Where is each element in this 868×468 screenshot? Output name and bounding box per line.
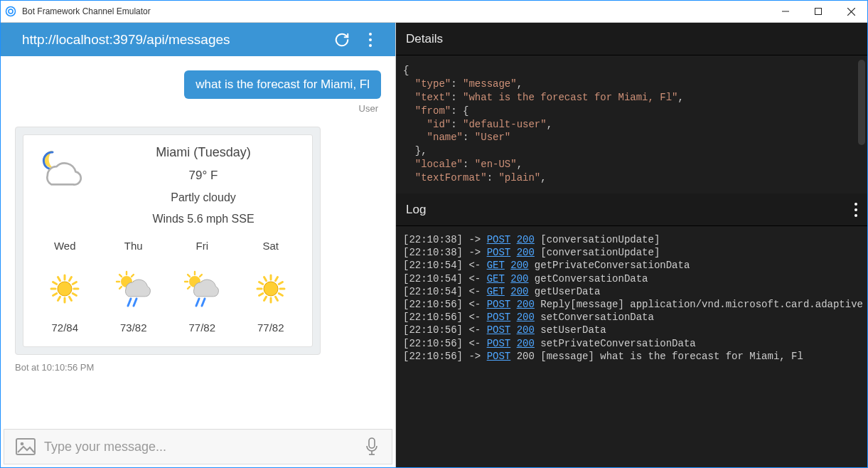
svg-line-9 bbox=[70, 297, 72, 300]
window-title: Bot Framework Channel Emulator bbox=[22, 6, 769, 16]
address-bar: http://localhost:3979/api/messages bbox=[1, 23, 395, 56]
svg-line-49 bbox=[259, 282, 262, 284]
titlebar: Bot Framework Channel Emulator bbox=[1, 1, 867, 23]
log-line[interactable]: [22:10:38] -> POST 200 [conversationUpda… bbox=[403, 246, 860, 259]
forecast-day: Fri77/82 bbox=[173, 240, 230, 334]
attach-image-button[interactable] bbox=[10, 433, 41, 460]
user-sender-label: User bbox=[359, 103, 381, 114]
log-line[interactable]: [22:10:54] <- GET 200 getUserData bbox=[403, 285, 860, 298]
svg-line-23 bbox=[119, 287, 122, 289]
svg-point-41 bbox=[264, 282, 278, 296]
forecast-range: 77/82 bbox=[173, 321, 230, 334]
log-line[interactable]: [22:10:56] <- POST 200 setPrivateConvers… bbox=[403, 337, 860, 350]
svg-line-27 bbox=[132, 275, 134, 277]
svg-line-39 bbox=[196, 299, 199, 306]
minimize-button[interactable] bbox=[769, 1, 802, 23]
more-menu-button[interactable] bbox=[358, 28, 382, 52]
chat-panel: http://localhost:3979/api/messages what … bbox=[1, 23, 396, 467]
log-header: Log bbox=[396, 193, 867, 226]
app-icon bbox=[5, 6, 16, 17]
details-scrollbar[interactable] bbox=[858, 60, 865, 145]
inspector-panel: Details { "type": "message", "text": "wh… bbox=[396, 23, 867, 467]
close-button[interactable] bbox=[835, 1, 867, 23]
svg-point-0 bbox=[6, 7, 16, 16]
svg-line-12 bbox=[53, 294, 57, 296]
weather-condition: Partly cloudy bbox=[102, 191, 305, 204]
forecast-icon bbox=[242, 269, 299, 309]
svg-line-43 bbox=[279, 294, 282, 296]
refresh-button[interactable] bbox=[330, 28, 354, 52]
svg-line-8 bbox=[73, 294, 77, 296]
svg-line-34 bbox=[188, 287, 190, 289]
log-line[interactable]: [22:10:56] <- POST 200 Reply[message] ap… bbox=[403, 298, 860, 311]
svg-line-46 bbox=[264, 297, 266, 300]
svg-line-11 bbox=[58, 297, 60, 300]
user-message-row[interactable]: what is the forecast for Miami, Fl User bbox=[15, 70, 390, 114]
forecast-day-name: Fri bbox=[173, 240, 230, 252]
forecast-range: 77/82 bbox=[242, 321, 299, 334]
weather-main-icon bbox=[31, 145, 102, 225]
forecast-day-name: Thu bbox=[105, 240, 162, 252]
svg-line-14 bbox=[53, 282, 57, 284]
log-title: Log bbox=[406, 203, 426, 217]
maximize-button[interactable] bbox=[802, 1, 835, 23]
forecast-icon bbox=[105, 269, 162, 309]
svg-line-18 bbox=[73, 282, 77, 284]
endpoint-url[interactable]: http://localhost:3979/api/messages bbox=[22, 32, 326, 48]
svg-line-28 bbox=[128, 299, 131, 306]
details-header: Details bbox=[396, 23, 867, 55]
svg-line-52 bbox=[275, 277, 277, 281]
user-message-bubble: what is the forecast for Miami, Fl bbox=[184, 70, 381, 99]
details-section: Details { "type": "message", "text": "wh… bbox=[396, 23, 867, 193]
log-line[interactable]: [22:10:54] <- GET 200 getConversationDat… bbox=[403, 272, 860, 285]
svg-line-25 bbox=[119, 275, 122, 277]
weather-temp: 79° F bbox=[102, 169, 305, 183]
bot-timestamp: Bot at 10:10:56 PM bbox=[15, 362, 390, 373]
compose-bar bbox=[4, 429, 392, 464]
chat-scroll[interactable]: what is the forecast for Miami, Fl User bbox=[1, 56, 395, 426]
forecast-icon bbox=[36, 269, 93, 309]
details-json[interactable]: { "type": "message", "text": "what is th… bbox=[396, 55, 867, 193]
forecast-day: Sat77/82 bbox=[242, 240, 299, 334]
svg-rect-56 bbox=[369, 438, 375, 448]
adaptive-card[interactable]: Miami (Tuesday) 79° F Partly cloudy Wind… bbox=[15, 127, 321, 355]
weather-location: Miami (Tuesday) bbox=[102, 145, 305, 160]
svg-line-47 bbox=[259, 294, 262, 296]
svg-line-50 bbox=[264, 277, 266, 281]
log-section: Log [22:10:38] -> POST 200 [conversation… bbox=[396, 193, 867, 467]
svg-line-38 bbox=[200, 275, 202, 277]
svg-point-6 bbox=[58, 282, 72, 296]
log-line[interactable]: [22:10:56] -> POST 200 [message] what is… bbox=[403, 350, 860, 363]
svg-line-15 bbox=[58, 277, 60, 281]
forecast-range: 73/82 bbox=[105, 321, 162, 334]
svg-line-44 bbox=[275, 297, 277, 300]
forecast-day-name: Sat bbox=[242, 240, 299, 252]
message-input[interactable] bbox=[41, 440, 359, 454]
svg-line-36 bbox=[188, 275, 190, 277]
forecast-day: Wed72/84 bbox=[36, 240, 93, 334]
svg-point-1 bbox=[9, 9, 13, 14]
svg-rect-3 bbox=[815, 9, 822, 15]
svg-line-17 bbox=[70, 277, 72, 281]
forecast-icon bbox=[173, 269, 230, 309]
details-title: Details bbox=[406, 32, 443, 46]
log-line[interactable]: [22:10:54] <- GET 200 getPrivateConversa… bbox=[403, 259, 860, 272]
svg-rect-54 bbox=[16, 439, 35, 454]
log-body[interactable]: [22:10:38] -> POST 200 [conversationUpda… bbox=[396, 226, 867, 467]
forecast-range: 72/84 bbox=[36, 321, 93, 334]
weather-wind: Winds 5.6 mph SSE bbox=[102, 213, 305, 225]
svg-line-29 bbox=[134, 299, 136, 306]
log-line[interactable]: [22:10:56] <- POST 200 setConversationDa… bbox=[403, 311, 860, 324]
log-line[interactable]: [22:10:56] <- POST 200 setUserData bbox=[403, 324, 860, 336]
microphone-button[interactable] bbox=[359, 433, 385, 460]
svg-line-40 bbox=[202, 299, 205, 306]
log-menu-button[interactable] bbox=[854, 203, 857, 217]
forecast-day-name: Wed bbox=[36, 240, 93, 252]
forecast-day: Thu73/82 bbox=[105, 240, 162, 334]
log-line[interactable]: [22:10:38] -> POST 200 [conversationUpda… bbox=[403, 233, 860, 246]
svg-point-55 bbox=[21, 442, 24, 446]
svg-line-53 bbox=[279, 282, 282, 284]
